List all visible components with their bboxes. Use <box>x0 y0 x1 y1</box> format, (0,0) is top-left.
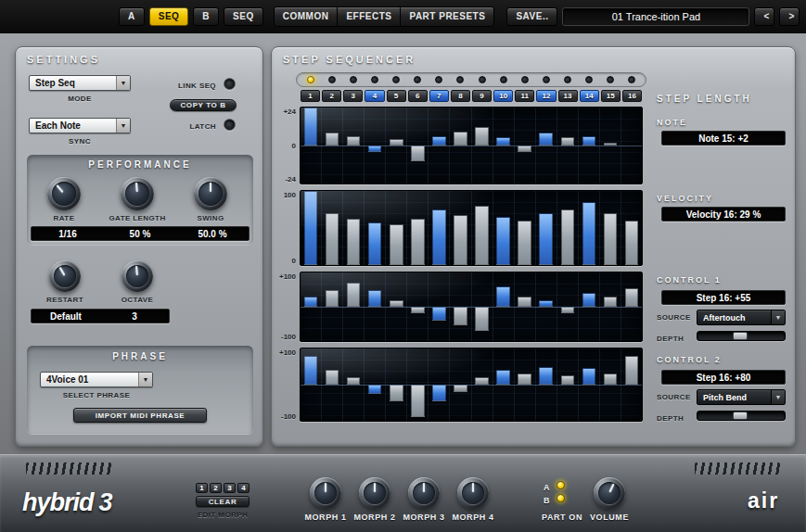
control2-bar-step-9[interactable] <box>472 348 493 421</box>
note-bar-step-4[interactable] <box>365 108 386 184</box>
tab-effects[interactable]: EFFECTS <box>338 7 401 26</box>
morph-1-knob[interactable] <box>310 477 341 509</box>
control2-source-select[interactable]: Pitch Bend ▼ <box>697 389 786 405</box>
velocity-bar-step-13[interactable] <box>557 191 579 265</box>
step-number-6[interactable]: 6 <box>408 90 428 102</box>
note-bar-step-16[interactable] <box>621 108 642 184</box>
velocity-bar-step-1[interactable] <box>301 191 322 265</box>
step-number-5[interactable]: 5 <box>387 90 406 102</box>
control1-bar-step-4[interactable] <box>365 272 386 341</box>
control1-bar-step-11[interactable] <box>515 272 536 341</box>
control1-bar-step-5[interactable] <box>386 272 407 341</box>
note-bar-step-13[interactable] <box>557 108 579 184</box>
sync-select[interactable]: Each Note ▼ <box>29 118 131 133</box>
control1-bar-step-8[interactable] <box>450 272 471 341</box>
morph-2-select-button[interactable]: 2 <box>210 483 222 493</box>
import-midi-phrase-button[interactable]: IMPORT MIDI PHRASE <box>73 408 207 423</box>
step-number-13[interactable]: 13 <box>558 90 578 102</box>
control2-bar-step-6[interactable] <box>407 348 429 421</box>
step-number-12[interactable]: 12 <box>536 90 556 102</box>
step-number-10[interactable]: 10 <box>493 90 513 102</box>
velocity-bar-step-11[interactable] <box>515 191 536 265</box>
tab-common[interactable]: COMMON <box>275 7 339 26</box>
note-bar-step-6[interactable] <box>407 108 429 184</box>
step-number-9[interactable]: 9 <box>472 90 492 102</box>
restart-knob[interactable] <box>49 260 81 292</box>
velocity-bar-step-4[interactable] <box>365 191 386 265</box>
morph-1-select-button[interactable]: 1 <box>196 483 208 493</box>
octave-knob[interactable] <box>122 260 153 292</box>
select-phrase-dropdown[interactable]: 4Voice 01 ▼ <box>40 372 153 387</box>
control2-bar-step-1[interactable] <box>301 348 322 421</box>
link-seq-toggle[interactable] <box>224 78 236 90</box>
control2-bar-step-13[interactable] <box>557 348 579 421</box>
save-button[interactable]: SAVE.. <box>506 7 557 26</box>
part-b-button[interactable]: B <box>193 7 219 26</box>
note-bar-step-9[interactable] <box>472 108 493 184</box>
rate-knob[interactable] <box>47 177 81 210</box>
morph-3-select-button[interactable]: 3 <box>224 483 236 493</box>
control2-bar-step-4[interactable] <box>365 348 386 421</box>
control1-bar-step-2[interactable] <box>322 272 343 341</box>
velocity-bar-step-6[interactable] <box>407 191 429 265</box>
note-bar-step-8[interactable] <box>450 108 471 184</box>
note-bar-step-11[interactable] <box>515 108 536 184</box>
control2-bar-step-5[interactable] <box>386 348 407 421</box>
step-number-1[interactable]: 1 <box>301 90 320 102</box>
control1-bar-step-16[interactable] <box>621 272 642 341</box>
gate-length-knob[interactable] <box>121 177 154 210</box>
clear-button[interactable]: CLEAR <box>196 496 249 507</box>
control1-bar-step-10[interactable] <box>493 272 515 341</box>
morph-3-knob[interactable] <box>408 477 440 509</box>
control1-depth-slider[interactable] <box>697 331 786 341</box>
control1-bar-step-6[interactable] <box>407 272 429 341</box>
control1-bar-step-14[interactable] <box>579 272 600 341</box>
preset-display[interactable]: 01 Trance-ition Pad <box>562 7 749 26</box>
velocity-bar-step-14[interactable] <box>579 191 600 265</box>
step-number-7[interactable]: 7 <box>429 90 449 102</box>
velocity-bar-step-7[interactable] <box>429 191 450 265</box>
note-bar-step-3[interactable] <box>343 108 365 184</box>
control2-bar-step-11[interactable] <box>515 348 536 421</box>
note-bar-step-7[interactable] <box>429 108 450 184</box>
step-number-14[interactable]: 14 <box>580 90 599 102</box>
morph-4-knob[interactable] <box>457 477 489 509</box>
note-bar-step-1[interactable] <box>301 108 322 184</box>
part-a-on-led[interactable] <box>557 481 565 489</box>
control1-bar-step-3[interactable] <box>343 272 365 341</box>
control1-bar-step-13[interactable] <box>557 272 579 341</box>
copy-to-b-button[interactable]: COPY TO B <box>170 99 237 111</box>
swing-knob[interactable] <box>194 177 227 210</box>
note-bar-step-15[interactable] <box>600 108 621 184</box>
step-number-11[interactable]: 11 <box>515 90 534 102</box>
control2-bar-step-2[interactable] <box>322 348 343 421</box>
part-a-button[interactable]: A <box>119 7 145 26</box>
note-bar-step-12[interactable] <box>536 108 557 184</box>
control1-source-select[interactable]: Aftertouch ▼ <box>697 310 786 325</box>
velocity-bar-step-15[interactable] <box>600 191 621 265</box>
note-bar-step-2[interactable] <box>322 108 343 184</box>
morph-4-select-button[interactable]: 4 <box>237 483 249 493</box>
control2-depth-slider[interactable] <box>697 411 786 421</box>
volume-knob[interactable] <box>594 477 625 509</box>
velocity-bar-step-2[interactable] <box>322 191 343 265</box>
velocity-bar-step-10[interactable] <box>493 191 515 265</box>
velocity-bar-step-8[interactable] <box>450 191 471 265</box>
control2-bar-step-14[interactable] <box>579 348 600 421</box>
control2-bar-step-8[interactable] <box>450 348 471 421</box>
step-number-8[interactable]: 8 <box>451 90 470 102</box>
control2-bar-step-15[interactable] <box>600 348 621 421</box>
control2-bar-step-10[interactable] <box>493 348 515 421</box>
seq-b-tab[interactable]: SEQ <box>224 7 263 26</box>
step-number-2[interactable]: 2 <box>322 90 341 102</box>
preset-prev-button[interactable]: < <box>754 7 774 26</box>
velocity-bar-step-3[interactable] <box>343 191 365 265</box>
step-number-16[interactable]: 16 <box>622 90 642 102</box>
control1-bar-step-9[interactable] <box>472 272 493 341</box>
control1-bar-step-1[interactable] <box>301 272 322 341</box>
seq-a-tab[interactable]: SEQ <box>149 7 189 26</box>
velocity-bar-step-5[interactable] <box>386 191 407 265</box>
velocity-bar-step-9[interactable] <box>472 191 493 265</box>
control1-bar-step-12[interactable] <box>536 272 557 341</box>
mode-select[interactable]: Step Seq ▼ <box>29 75 131 91</box>
